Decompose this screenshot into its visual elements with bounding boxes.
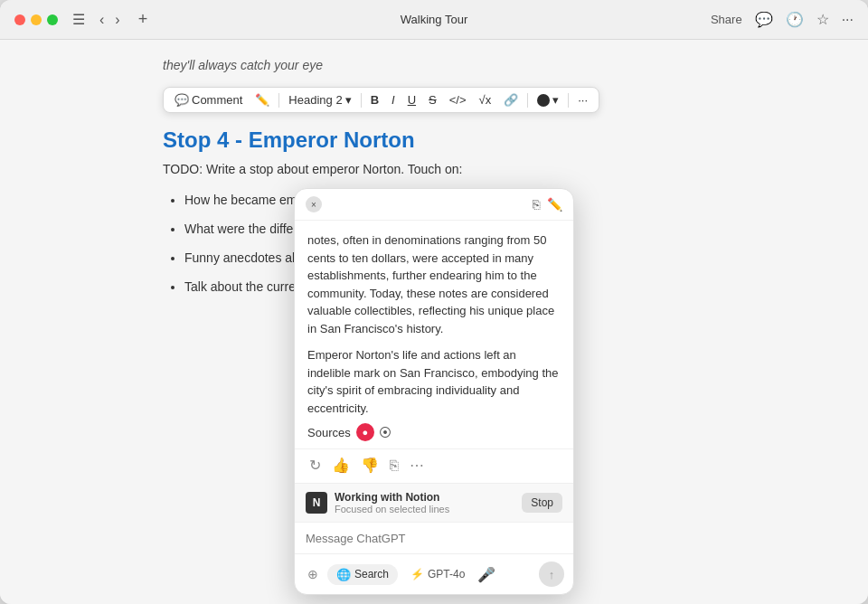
doc-text-above: they'll always catch your eye <box>163 58 705 72</box>
link-button[interactable]: 🔗 <box>500 91 522 109</box>
content-area: they'll always catch your eye 💬 Comment … <box>0 40 868 604</box>
star-icon[interactable]: ☆ <box>816 11 829 28</box>
globe-icon: 🌐 <box>336 568 351 581</box>
chat-header-icons: ⎘ ✏️ <box>533 197 562 212</box>
comment-icon: 💬 <box>175 93 189 107</box>
refresh-button[interactable]: ↻ <box>307 455 323 476</box>
send-button[interactable]: ↑ <box>539 562 564 587</box>
underline-button[interactable]: U <box>404 91 420 109</box>
traffic-lights <box>14 14 58 25</box>
more-actions-button[interactable]: ⋯ <box>408 455 426 476</box>
chat-input-area <box>295 522 573 553</box>
back-button[interactable]: ‹ <box>96 10 108 30</box>
sources-label: Sources <box>307 426 351 439</box>
chevron-down-icon: ▾ <box>345 93 352 107</box>
copy-button[interactable]: ⎘ <box>388 455 401 476</box>
chat-bottom-bar: ⊕ 🌐 Search ⚡ GPT-4o 🎤 ↑ <box>295 553 573 594</box>
thumbs-up-button[interactable]: 👍 <box>330 455 352 476</box>
titlebar: ☰ ‹ › + Walking Tour Share 💬 🕐 ☆ ··· <box>0 0 868 40</box>
source-icon-2[interactable]: ⦿ <box>376 423 394 441</box>
add-button[interactable]: + <box>135 8 152 31</box>
notion-bar-subtitle: Focused on selected lines <box>335 504 514 514</box>
toolbar-divider-3 <box>527 93 528 108</box>
italic-button[interactable]: I <box>388 91 399 109</box>
notion-bar-title: Working with Notion <box>335 491 514 504</box>
notion-icon: N <box>306 492 327 514</box>
chat-paragraph-1: notes, often in denominations ranging fr… <box>307 231 561 337</box>
sources-icon-group: ● ⦿ <box>356 423 394 441</box>
edit-icon-button[interactable]: ✏️ <box>251 91 273 109</box>
toolbar-divider-4 <box>568 93 569 108</box>
chevron-down-icon-2: ▾ <box>552 93 559 107</box>
source-icon-1[interactable]: ● <box>356 423 374 441</box>
more-options-button[interactable]: ··· <box>574 91 591 109</box>
toolbar-divider <box>278 93 279 108</box>
comment-icon[interactable]: 💬 <box>755 11 773 28</box>
code-button[interactable]: </> <box>446 91 470 109</box>
notion-text: Working with Notion Focused on selected … <box>335 491 514 514</box>
clock-icon[interactable]: 🕐 <box>786 11 804 28</box>
chat-message-input[interactable] <box>306 532 562 545</box>
color-button[interactable]: ▾ <box>533 91 562 109</box>
strikethrough-button[interactable]: S <box>425 91 440 109</box>
thumbs-down-button[interactable]: 👎 <box>359 455 381 476</box>
chat-copy-icon[interactable]: ⎘ <box>533 197 540 212</box>
maximize-button[interactable] <box>47 14 58 25</box>
chat-panel-header: × ⎘ ✏️ <box>295 189 573 221</box>
titlebar-nav: ‹ › <box>96 10 124 30</box>
chat-close-button[interactable]: × <box>306 196 322 212</box>
chat-panel: × ⎘ ✏️ notes, often in denominations ran… <box>294 188 574 595</box>
doc-todo: TODO: Write a stop about emperor Norton.… <box>163 162 705 176</box>
search-button[interactable]: 🌐 Search <box>327 564 398 585</box>
pencil-icon: ✏️ <box>255 93 269 107</box>
toolbar-divider-2 <box>361 93 362 108</box>
forward-button[interactable]: › <box>111 10 123 30</box>
doc-heading: Stop 4 - Emperor Norton <box>163 127 705 153</box>
chat-sources: Sources ● ⦿ <box>295 420 573 448</box>
bottom-left-icon[interactable]: ⊕ <box>304 565 322 583</box>
app-window: ☰ ‹ › + Walking Tour Share 💬 🕐 ☆ ··· the… <box>0 0 868 604</box>
close-button[interactable] <box>14 14 25 25</box>
stop-button[interactable]: Stop <box>522 493 562 513</box>
minimize-button[interactable] <box>31 14 42 25</box>
chat-paragraph-2: Emperor Norton's life and actions left a… <box>307 346 561 417</box>
chat-actions: ↻ 👍 👎 ⎘ ⋯ <box>295 448 573 483</box>
titlebar-right: Share 💬 🕐 ☆ ··· <box>711 11 854 28</box>
gpt4o-button[interactable]: ⚡ GPT-4o <box>403 564 472 584</box>
sparkle-icon: ⚡ <box>410 568 424 580</box>
share-button[interactable]: Share <box>711 13 742 26</box>
chat-edit-icon[interactable]: ✏️ <box>547 197 562 212</box>
more-icon[interactable]: ··· <box>842 12 854 28</box>
hamburger-icon[interactable]: ☰ <box>72 11 85 28</box>
notion-bar: N Working with Notion Focused on selecte… <box>295 483 573 522</box>
chat-content: notes, often in denominations ranging fr… <box>295 221 573 420</box>
math-button[interactable]: √x <box>476 91 495 109</box>
titlebar-icons: ☰ <box>72 11 85 28</box>
window-title: Walking Tour <box>401 13 467 26</box>
format-toolbar: 💬 Comment ✏️ Heading 2 ▾ B I U S </> √x <box>163 87 599 113</box>
mic-button[interactable]: 🎤 <box>477 566 495 583</box>
comment-button[interactable]: 💬 Comment <box>171 91 246 109</box>
bold-button[interactable]: B <box>367 91 382 109</box>
color-swatch <box>537 94 550 107</box>
heading-selector[interactable]: Heading 2 ▾ <box>285 91 354 109</box>
